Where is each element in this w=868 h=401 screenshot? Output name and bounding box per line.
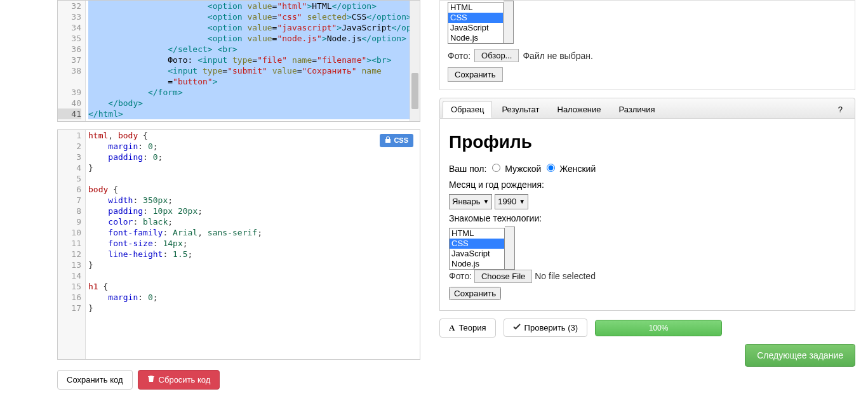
file-status: Файл не выбран.	[523, 51, 592, 61]
sample-submit-button[interactable]: Сохранить	[449, 287, 501, 300]
year-value: 1990	[498, 195, 516, 208]
trash-icon	[147, 375, 155, 385]
check-button[interactable]: Проверить (3)	[504, 319, 588, 337]
tech-label: Знакомые технологии:	[449, 212, 846, 225]
scrollbar-thumb[interactable]	[411, 73, 418, 109]
tab-Результат[interactable]: Результат	[493, 101, 547, 118]
save-code-button[interactable]: Сохранить код	[57, 370, 133, 390]
gender-row: Ваш пол: Мужской Женский	[449, 162, 846, 176]
listbox-option[interactable]: HTML	[450, 228, 504, 239]
file-row: Фото: Обзор... Файл не выбран.	[448, 49, 847, 62]
month-value: Январь	[452, 195, 481, 208]
listbox-option[interactable]: CSS	[448, 13, 503, 23]
listbox-option[interactable]: CSS	[450, 239, 504, 249]
month-select[interactable]: Январь ▼	[449, 194, 492, 209]
tech-listbox[interactable]: HTMLCSSJavaScriptNode.js	[448, 2, 504, 44]
listbox-option[interactable]: JavaScript	[450, 249, 504, 259]
submit-button[interactable]: Сохранить	[448, 67, 503, 82]
lock-icon	[385, 135, 391, 146]
listbox-option[interactable]: Node.js	[448, 33, 503, 43]
check-icon	[513, 323, 521, 332]
check-label: Проверить (3)	[524, 323, 578, 332]
gender-label: Ваш пол:	[449, 164, 486, 174]
tab-Различия[interactable]: Различия	[611, 101, 664, 118]
reset-code-button[interactable]: Сбросить код	[138, 370, 220, 390]
css-badge: CSS	[380, 134, 413, 147]
gender-female-radio[interactable]	[547, 164, 555, 172]
css-editor[interactable]: CSS 1234567891011121314151617 html, body…	[57, 129, 420, 360]
sample-file-button[interactable]: Choose File	[474, 270, 532, 283]
tab-help[interactable]: ?	[830, 101, 851, 118]
left-button-row: Сохранить код Сбросить код	[57, 370, 420, 390]
chevron-down-icon: ▼	[519, 197, 525, 206]
css-badge-label: CSS	[394, 135, 408, 146]
html-editor-scrollbar[interactable]	[410, 1, 420, 121]
right-column: HTMLCSSJavaScriptNode.js Фото: Обзор... …	[427, 0, 868, 401]
listbox-option[interactable]: HTML	[448, 3, 503, 13]
theory-button[interactable]: A Теория	[439, 319, 496, 338]
html-editor[interactable]: 32333435363738394041 <option value="html…	[57, 0, 420, 122]
gender-male-label: Мужской	[505, 164, 541, 174]
result-preview: HTMLCSSJavaScriptNode.js Фото: Обзор... …	[439, 0, 855, 90]
app-root: 32333435363738394041 <option value="html…	[0, 0, 868, 401]
listbox-scrollbar[interactable]	[504, 1, 514, 44]
gender-male-radio[interactable]	[492, 164, 500, 172]
sample-file-row: Фото: Choose File No file selected	[449, 270, 846, 283]
birth-row: Январь ▼ 1990 ▼	[449, 194, 846, 209]
sample-tech-listbox-wrap: HTMLCSSJavaScriptNode.js	[449, 227, 846, 270]
sample-preview: Профиль Ваш пол: Мужской Женский Месяц и…	[439, 119, 855, 311]
sample-photo-label: Фото:	[449, 271, 472, 281]
font-icon: A	[449, 323, 455, 333]
gender-female-label: Женский	[559, 164, 596, 174]
progress-label: 100%	[649, 324, 669, 332]
preview-tabbar: ОбразецРезультатНаложениеРазличия?	[439, 98, 855, 119]
birth-label: Месяц и год рождения:	[449, 178, 846, 192]
listbox-scrollbar[interactable]	[505, 227, 515, 270]
tab-Наложение[interactable]: Наложение	[549, 101, 610, 118]
right-footer: A Теория Проверить (3) 100%	[439, 319, 855, 338]
html-editor-code[interactable]: <option value="html">HTML</option> <opti…	[86, 1, 420, 119]
css-editor-code[interactable]: html, body { margin: 0; padding: 0;}body…	[86, 130, 420, 313]
photo-label: Фото:	[448, 51, 471, 61]
theory-label: Теория	[458, 323, 486, 332]
sample-tech-listbox[interactable]: HTMLCSSJavaScriptNode.js	[449, 228, 505, 270]
css-editor-gutter: 1234567891011121314151617	[58, 130, 86, 359]
year-select[interactable]: 1990 ▼	[495, 194, 528, 209]
listbox-option[interactable]: Node.js	[450, 259, 504, 269]
file-browse-button[interactable]: Обзор...	[474, 49, 519, 62]
chevron-down-icon: ▼	[483, 197, 490, 206]
listbox-option[interactable]: JavaScript	[448, 23, 503, 33]
progress-bar: 100%	[595, 320, 722, 336]
sample-file-status: No file selected	[535, 271, 596, 281]
profile-title: Профиль	[449, 129, 846, 155]
left-column: 32333435363738394041 <option value="html…	[0, 0, 427, 401]
next-row: Следующее задание	[439, 338, 855, 367]
tech-listbox-wrap: HTMLCSSJavaScriptNode.js	[448, 1, 847, 44]
next-task-button[interactable]: Следующее задание	[745, 344, 855, 367]
html-editor-gutter: 32333435363738394041	[58, 1, 86, 121]
tab-Образец[interactable]: Образец	[443, 101, 492, 118]
reset-code-label: Сбросить код	[159, 375, 211, 385]
